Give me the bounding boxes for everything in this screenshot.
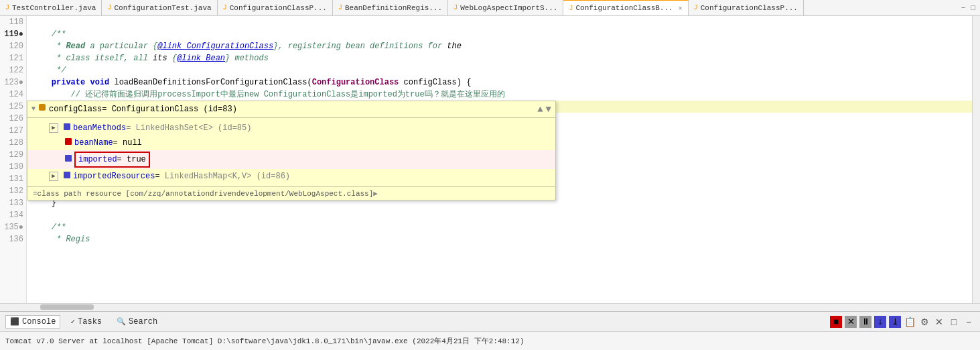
debug-popup-title-text: configClass= ConfigurationClass (id=83): [49, 103, 237, 115]
svg-rect-2: [65, 138, 72, 145]
ln-126: 126: [3, 113, 23, 125]
path-bar-scroll-icon[interactable]: ▶: [373, 188, 378, 200]
debug-path-bar: =class path resource [com/zzq/annotation…: [27, 186, 555, 200]
code-view: 118 119● 120 121 122 123● 124 125 126 12…: [0, 16, 980, 303]
debug-popup: ▼ configClass= ConfigurationClass (id=83…: [27, 101, 556, 200]
scroll-down-button[interactable]: ↓: [874, 316, 886, 328]
code-line-118: [32, 16, 972, 28]
java-icon: J: [569, 5, 573, 12]
debug-popup-title: ▼ configClass= ConfigurationClass (id=83…: [31, 103, 237, 115]
copy-button[interactable]: 📋: [904, 316, 916, 328]
java-icon: J: [338, 4, 342, 11]
ln-119: 119●: [3, 28, 23, 40]
ln-131: 131: [3, 173, 23, 185]
code-line-120: * Read a particular {@link Configuration…: [32, 40, 972, 52]
scroll-up-icon[interactable]: ▲: [537, 103, 543, 115]
pause-button[interactable]: ⏸: [859, 316, 871, 328]
tab-bar-controls: − □: [959, 4, 980, 12]
tab-minimize-icon[interactable]: −: [959, 4, 968, 12]
search-icon: 🔍: [117, 317, 126, 326]
horizontal-scrollbar[interactable]: [0, 303, 980, 311]
tomcat-status-text: Tomcat v7.0 Server at localhost [Apache …: [5, 336, 524, 346]
ln-130: 130: [3, 161, 23, 173]
ln-118: 118: [3, 16, 23, 28]
close-console-button[interactable]: ✕: [933, 316, 945, 328]
ln-134: 134: [3, 209, 23, 221]
svg-rect-1: [64, 123, 70, 130]
expand-console-button[interactable]: □: [948, 316, 960, 328]
ln-133: 133: [3, 197, 23, 209]
code-line-135: /**: [32, 221, 972, 233]
clear-button[interactable]: ✕: [845, 316, 857, 328]
debug-item-imported[interactable]: imported= true: [27, 150, 555, 169]
vertical-scrollbar[interactable]: [972, 16, 980, 303]
java-icon: J: [223, 4, 227, 11]
tab-maximize-icon[interactable]: □: [969, 4, 977, 12]
imported-highlight-box: imported= true: [74, 152, 150, 168]
code-line-119: /**: [32, 28, 972, 40]
svg-rect-4: [64, 172, 70, 178]
java-icon: J: [453, 4, 458, 11]
debug-item-beanmethods[interactable]: ▶ beanMethods= LinkedHashSet<E> (id=85): [27, 121, 555, 135]
tab-configurationtest[interactable]: J ConfigurationTest.java: [102, 0, 217, 15]
ln-121: 121: [3, 52, 23, 64]
tab-configclassp2[interactable]: J ConfigurationClassP...: [689, 0, 804, 15]
debug-popup-controls: ▲ ▼: [537, 103, 551, 115]
line-numbers: 118 119● 120 121 122 123● 124 125 126 12…: [0, 16, 27, 303]
debug-popup-body: ▶ beanMethods= LinkedHashSet<E> (id=85): [27, 118, 555, 186]
console-icon: ⬛: [10, 317, 19, 326]
tab-testcontroller[interactable]: J TestController.java: [0, 0, 102, 15]
the-word: the: [447, 42, 462, 51]
code-line-124: // 还记得前面递归调用processImport中最后new Configur…: [32, 89, 972, 101]
tab-configclassp[interactable]: J ConfigurationClassP...: [218, 0, 333, 15]
debug-popup-header: ▼ configClass= ConfigurationClass (id=83…: [27, 101, 555, 118]
ln-122: 122: [3, 64, 23, 76]
ln-129: 129: [3, 149, 23, 161]
ln-127: 127: [3, 125, 23, 137]
tab-close-icon[interactable]: ✕: [679, 4, 683, 12]
code-line-122: */: [32, 64, 972, 76]
debug-item-importedresources[interactable]: ▶ importedResources= LinkedHashMap<K,V> …: [27, 169, 555, 184]
tab-configclassb-active[interactable]: J ConfigurationClassB... ✕: [563, 0, 688, 15]
ln-132: 132: [3, 185, 23, 197]
debug-item-beanname[interactable]: beanName= null: [27, 135, 555, 150]
tasks-tab[interactable]: ✓ Tasks: [66, 315, 107, 329]
minimize-console-button[interactable]: −: [963, 316, 975, 328]
tab-bar: J TestController.java J ConfigurationTes…: [0, 0, 980, 16]
console-bar: ⬛ Console ✓ Tasks 🔍 Search ■ ✕ ⏸ ↓ ⤓ 📋 ⚙…: [0, 311, 980, 331]
code-line-134: [32, 209, 972, 221]
ln-125: 125: [3, 101, 23, 113]
tab-beandefreg[interactable]: J BeanDefinitionRegis...: [333, 0, 448, 15]
debug-importedresources-label: importedResources= LinkedHashMap<K,V> (i…: [73, 170, 290, 182]
stop-button[interactable]: ■: [830, 316, 842, 328]
collapse-icon[interactable]: ▼: [31, 103, 36, 115]
scroll-end-button[interactable]: ⤓: [889, 316, 901, 328]
ln-128: 128: [3, 137, 23, 149]
tasks-icon: ✓: [70, 317, 75, 326]
settings-button[interactable]: ⚙: [918, 316, 930, 328]
search-tab[interactable]: 🔍 Search: [112, 315, 162, 329]
h-scroll-thumb[interactable]: [40, 304, 94, 310]
ln-136: 136: [3, 233, 23, 245]
ln-135: 135●: [3, 221, 23, 233]
debug-imported-label: imported= true: [74, 152, 150, 168]
scroll-down-icon[interactable]: ▼: [546, 103, 551, 115]
console-tab[interactable]: ⬛ Console: [5, 315, 60, 329]
java-icon: J: [694, 4, 698, 11]
debug-beanmethods-label: beanMethods= LinkedHashSet<E> (id=85): [73, 122, 251, 134]
svg-rect-3: [65, 155, 72, 162]
ln-124: 124: [3, 89, 23, 101]
java-icon: J: [107, 4, 111, 11]
java-icon: J: [5, 4, 9, 11]
ln-123: 123●: [3, 76, 23, 89]
tomcat-bar: Tomcat v7.0 Server at localhost [Apache …: [0, 331, 980, 350]
tab-weblogaspect[interactable]: J WebLogAspectImportS...: [448, 0, 563, 15]
svg-rect-0: [39, 104, 46, 111]
expand-importedresources-icon[interactable]: ▶: [49, 172, 58, 181]
code-content[interactable]: /** * Read a particular {@link Configura…: [27, 16, 972, 303]
code-line-136: * Regis: [32, 233, 972, 245]
debug-beanname-label: beanName= null: [74, 137, 142, 149]
console-actions: ■ ✕ ⏸ ↓ ⤓ 📋 ⚙ ✕ □ −: [830, 316, 975, 328]
expand-beanmethods-icon[interactable]: ▶: [49, 123, 58, 133]
debug-icon-root: [38, 103, 46, 115]
